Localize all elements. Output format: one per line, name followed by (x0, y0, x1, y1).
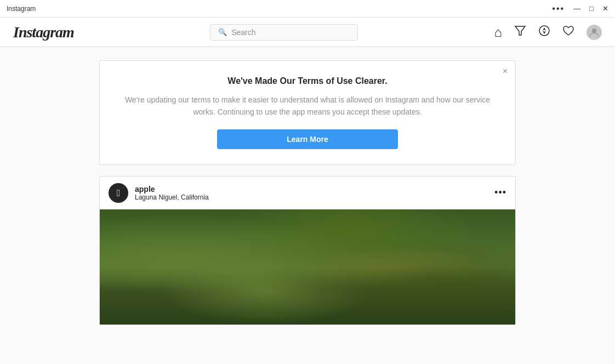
close-button[interactable]: ✕ (602, 5, 608, 12)
app-title: Instagram (7, 5, 36, 13)
header-nav: ⌂ (494, 25, 602, 40)
post-more-button[interactable]: ••• (494, 187, 506, 198)
title-bar: Instagram ••• — □ ✕ (0, 0, 615, 18)
svg-marker-0 (515, 26, 525, 35)
home-icon[interactable]: ⌂ (494, 25, 502, 40)
heart-icon[interactable] (562, 25, 574, 40)
tos-body: We're updating our terms to make it easi… (122, 94, 493, 118)
learn-more-button[interactable]: Learn More (217, 129, 398, 149)
main-wrapper: × We've Made Our Terms of Use Clearer. W… (0, 47, 615, 364)
filter-icon[interactable] (514, 25, 526, 40)
post-user-info: apple Laguna Niguel, California (135, 185, 209, 201)
post-username[interactable]: apple (135, 185, 209, 194)
post-header:  apple Laguna Niguel, California ••• (100, 177, 515, 209)
tos-close-button[interactable]: × (503, 66, 508, 76)
more-button[interactable]: ••• (552, 4, 565, 13)
apple-logo-icon:  (117, 188, 121, 198)
search-icon: 🔍 (218, 28, 227, 36)
post-location: Laguna Niguel, California (135, 194, 209, 201)
svg-marker-3 (543, 31, 546, 34)
compass-icon[interactable] (538, 25, 550, 40)
post-card:  apple Laguna Niguel, California ••• (99, 176, 516, 325)
maximize-button[interactable]: □ (589, 5, 594, 12)
search-bar[interactable]: 🔍 (210, 24, 358, 41)
tos-banner: × We've Made Our Terms of Use Clearer. W… (99, 60, 516, 165)
main-content: × We've Made Our Terms of Use Clearer. W… (0, 47, 615, 364)
post-image (100, 209, 515, 325)
profile-avatar[interactable] (586, 25, 602, 40)
minimize-button[interactable]: — (573, 5, 580, 12)
header: Instagram 🔍 ⌂ (0, 18, 615, 47)
search-input[interactable] (231, 28, 350, 37)
svg-point-1 (539, 26, 549, 36)
tos-title: We've Made Our Terms of Use Clearer. (122, 76, 493, 86)
post-avatar[interactable]:  (109, 183, 128, 203)
post-image-content (100, 209, 515, 325)
post-user:  apple Laguna Niguel, California (109, 183, 209, 203)
svg-point-4 (592, 29, 596, 33)
svg-marker-2 (543, 27, 546, 31)
window-controls: ••• — □ ✕ (552, 4, 608, 13)
instagram-logo: Instagram (13, 24, 74, 41)
